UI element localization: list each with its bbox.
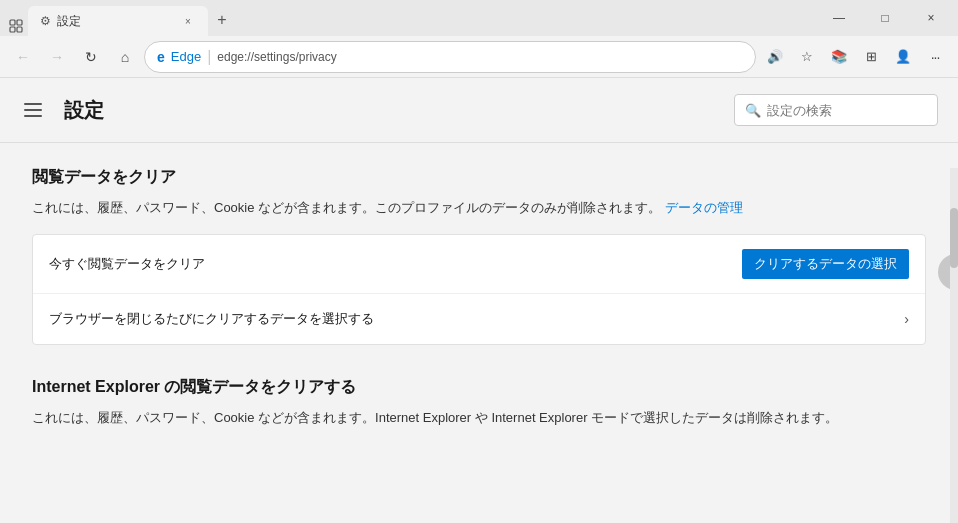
edge-icon: e <box>157 49 165 65</box>
data-management-link[interactable]: データの管理 <box>665 200 743 215</box>
address-bar[interactable]: e Edge | edge://settings/privacy <box>144 41 756 73</box>
scrollbar-thumb[interactable] <box>950 208 958 268</box>
clear-on-close-label: ブラウザーを閉じるたびにクリアするデータを選択する <box>49 310 904 328</box>
active-tab[interactable]: ⚙ 設定 × <box>28 6 208 36</box>
clear-section: 閲覧データをクリア これには、履歴、パスワード、Cookie などが含まれます。… <box>0 143 958 369</box>
address-divider: | <box>207 48 211 66</box>
hamburger-line-3 <box>24 115 42 117</box>
hamburger-menu-button[interactable] <box>20 96 48 124</box>
read-aloud-button[interactable]: 🔊 <box>760 42 790 72</box>
clear-now-row: 今すぐ閲覧データをクリア クリアするデータの選択 <box>33 235 925 294</box>
tab-bar-left-icon[interactable] <box>8 20 24 36</box>
forward-button[interactable]: → <box>42 42 72 72</box>
maximize-button[interactable]: □ <box>862 4 908 32</box>
browser-window: ⚙ 設定 × + — □ × ← <box>0 0 958 523</box>
nav-right-buttons: 🔊 ☆ 📚 ⊞ 👤 ··· <box>760 42 950 72</box>
search-icon: 🔍 <box>745 103 761 118</box>
svg-rect-3 <box>17 27 22 32</box>
address-brand: Edge <box>171 49 201 64</box>
collections-button[interactable]: ⊞ <box>856 42 886 72</box>
clear-on-close-row[interactable]: ブラウザーを閉じるたびにクリアするデータを選択する › <box>33 294 925 344</box>
svg-rect-1 <box>17 20 22 25</box>
settings-header: 設定 🔍 <box>0 78 958 142</box>
close-button[interactable]: × <box>908 4 954 32</box>
tab-close-button[interactable]: × <box>180 13 196 29</box>
clear-section-heading: 閲覧データをクリア <box>32 167 926 188</box>
profile-button[interactable]: 👤 <box>888 42 918 72</box>
svg-rect-0 <box>10 20 15 25</box>
ie-section: Internet Explorer の閲覧データをクリアする これには、履歴、パ… <box>0 369 958 468</box>
clear-data-card: 今すぐ閲覧データをクリア クリアするデータの選択 ブラウザーを閉じるたびにクリア… <box>32 234 926 345</box>
svg-rect-2 <box>10 27 15 32</box>
favorites-button[interactable]: 📚 <box>824 42 854 72</box>
address-url: edge://settings/privacy <box>217 50 336 64</box>
clear-card-container: 今すぐ閲覧データをクリア クリアするデータの選択 ブラウザーを閉じるたびにクリア… <box>32 234 926 345</box>
window-controls: — □ × <box>816 4 954 36</box>
page-title: 設定 <box>64 97 718 124</box>
clear-now-action: クリアするデータの選択 <box>742 249 909 279</box>
main-content: 設定 🔍 閲覧データをクリア これには、履歴、パスワード、Cookie などが含… <box>0 78 958 523</box>
search-input[interactable] <box>767 103 927 118</box>
refresh-button[interactable]: ↻ <box>76 42 106 72</box>
tab-label: 設定 <box>57 13 81 30</box>
new-tab-button[interactable]: + <box>208 6 236 34</box>
tab-group: ⚙ 設定 × + <box>24 6 816 36</box>
page-layout: 設定 🔍 閲覧データをクリア これには、履歴、パスワード、Cookie などが含… <box>0 78 958 523</box>
ie-section-heading: Internet Explorer の閲覧データをクリアする <box>32 377 926 398</box>
choose-data-button[interactable]: クリアするデータの選択 <box>742 249 909 279</box>
minimize-button[interactable]: — <box>816 4 862 32</box>
tab-bar: ⚙ 設定 × + — □ × <box>0 0 958 36</box>
clear-section-description: これには、履歴、パスワード、Cookie などが含まれます。このプロファイルのデ… <box>32 198 926 218</box>
tab-settings-icon: ⚙ <box>40 14 51 28</box>
settings-search-box[interactable]: 🔍 <box>734 94 938 126</box>
hamburger-line-2 <box>24 109 42 111</box>
chevron-right-icon: › <box>904 311 909 327</box>
ie-section-description: これには、履歴、パスワード、Cookie などが含まれます。Internet E… <box>32 408 926 428</box>
clear-on-close-action: › <box>904 311 909 327</box>
more-button[interactable]: ··· <box>920 42 950 72</box>
add-favorites-button[interactable]: ☆ <box>792 42 822 72</box>
home-button[interactable]: ⌂ <box>110 42 140 72</box>
clear-now-label: 今すぐ閲覧データをクリア <box>49 255 742 273</box>
back-button[interactable]: ← <box>8 42 38 72</box>
nav-bar: ← → ↻ ⌂ e Edge | edge://settings/privacy… <box>0 36 958 78</box>
scrollbar[interactable] <box>950 168 958 523</box>
hamburger-line-1 <box>24 103 42 105</box>
